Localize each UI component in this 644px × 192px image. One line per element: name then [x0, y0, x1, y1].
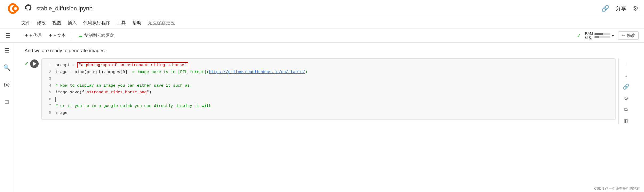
fullscreen-icon[interactable]: ⧉	[624, 107, 628, 113]
left-sidebar: ☰ 🔍 {x} □	[0, 43, 14, 192]
content-area: And we are ready to generate images: ✓ 1…	[14, 43, 644, 192]
toolbar-separator	[72, 33, 72, 39]
header-right: 🔗 分享 ⚙	[601, 5, 639, 12]
code-block[interactable]: 1 prompt = "a photograph of an astronaut…	[41, 58, 616, 120]
logo-area: stable_diffusion.ipynb	[5, 2, 92, 15]
line-num-3: 3	[46, 76, 51, 82]
sidebar-toggle[interactable]: ☰	[5, 32, 11, 39]
copy-to-drive-label: 复制到云端硬盘	[84, 33, 114, 38]
link-cell-icon[interactable]: 🔗	[623, 83, 629, 90]
settings-icon[interactable]: ⚙	[633, 5, 639, 12]
code-line-8: 8 image	[46, 110, 611, 117]
footer: CSDN @一个还在挣扎的码农	[590, 185, 644, 192]
code-line-1: 1 prompt = "a photograph of an astronaut…	[46, 62, 611, 69]
menu-help[interactable]: 帮助	[132, 20, 141, 26]
menu-edit[interactable]: 修改	[37, 20, 46, 26]
line-num-4: 4	[46, 83, 51, 89]
file-title: stable_diffusion.ipynb	[36, 5, 92, 12]
ram-label: RAM 磁盘	[585, 31, 593, 40]
footer-text: CSDN @一个还在挣扎的码农	[594, 186, 640, 190]
menubar: 文件 修改 视图 插入 代码执行程序 工具 帮助 无法保存更改	[0, 17, 644, 29]
sidebar-item-toc[interactable]: ☰	[2, 46, 12, 55]
section-title: And we are ready to generate images:	[25, 48, 633, 54]
code-line-5: 5 image.save(f"astronaut_rides_horse.png…	[46, 89, 611, 96]
plus-code-icon: +	[25, 33, 28, 38]
edit-label: 修改	[627, 33, 635, 38]
move-down-icon[interactable]: ↓	[625, 72, 627, 78]
line-num-2: 2	[46, 69, 51, 75]
plus-text-icon: +	[49, 33, 52, 38]
run-button[interactable]	[30, 59, 39, 68]
link-icon[interactable]: 🔗	[601, 5, 609, 12]
connection-check: ✓	[577, 33, 581, 39]
add-text-label: + 文本	[54, 33, 66, 38]
code-line-7: 7 # or if you're in a google colab you c…	[46, 103, 611, 110]
line-content-2: image = pipe(prompt).images[0] # image h…	[55, 69, 307, 76]
cell-check: ✓	[25, 61, 29, 67]
line-content-4: # Now to display an image you can either…	[55, 82, 192, 89]
line-content-5: image.save(f"astronaut_rides_horse.png")	[55, 89, 151, 96]
header: stable_diffusion.ipynb 🔗 分享 ⚙	[0, 0, 644, 17]
ram-section: RAM 磁盘 ▾	[585, 31, 614, 40]
main-layout: ☰ 🔍 {x} □ And we are ready to generate i…	[0, 43, 644, 192]
sidebar-item-variables[interactable]: {x}	[2, 80, 12, 90]
share-button[interactable]: 分享	[616, 5, 626, 12]
code-line-4: 4 # Now to display an image you can eith…	[46, 82, 611, 89]
copy-to-drive-button[interactable]: ☁ 复制到云端硬盘	[75, 32, 117, 40]
code-line-2: 2 image = pipe(prompt).images[0] # image…	[46, 69, 611, 76]
sidebar-item-files[interactable]: □	[2, 97, 12, 107]
cell-right-panel: ↑ ↓ 🔗 ⚙ ⧉ 🗑	[618, 58, 633, 124]
toolbar-right: ✓ RAM 磁盘 ▾ ✏ 修改	[577, 31, 639, 40]
sidebar-item-search[interactable]: 🔍	[2, 63, 12, 73]
line-content-1: prompt = "a photograph of an astronaut r…	[55, 62, 188, 69]
add-code-label: + 代码	[30, 33, 42, 38]
line-content-3	[55, 75, 58, 82]
line-num-1: 1	[46, 62, 51, 69]
line-num-5: 5	[46, 89, 51, 96]
ram-bar	[594, 33, 610, 35]
line-num-8: 8	[46, 110, 51, 116]
line-num-6: 6	[46, 96, 51, 103]
edit-icon: ✏	[622, 33, 625, 38]
menu-view[interactable]: 视图	[52, 20, 61, 26]
code-line-6: 6 ​	[46, 96, 611, 103]
co-logo[interactable]	[5, 2, 19, 15]
menu-runtime[interactable]: 代码执行程序	[83, 20, 110, 26]
disk-bar-fill	[594, 36, 599, 38]
toolbar-left: + + 代码 + + 文本 ☁ 复制到云端硬盘	[22, 32, 117, 40]
resource-bars	[594, 33, 610, 38]
github-icon	[25, 4, 32, 13]
cell-settings-icon[interactable]: ⚙	[624, 95, 629, 102]
ram-text: RAM	[585, 31, 593, 36]
add-code-button[interactable]: + + 代码	[22, 32, 44, 39]
toolbar: ☰ + + 代码 + + 文本 ☁ 复制到云端硬盘 ✓ RAM 磁盘	[0, 29, 644, 43]
svg-point-0	[13, 6, 18, 11]
add-text-button[interactable]: + + 文本	[46, 32, 68, 39]
ram-bar-fill	[594, 33, 603, 35]
disk-text: 磁盘	[585, 36, 593, 40]
delete-cell-icon[interactable]: 🗑	[623, 118, 629, 124]
cloud-icon: ☁	[78, 33, 83, 39]
move-up-icon[interactable]: ↑	[625, 61, 627, 67]
code-cell: ✓ 1 prompt = "a photograph of an astrona…	[25, 58, 633, 124]
code-line-3: 3	[46, 75, 611, 82]
disk-bar	[594, 36, 610, 38]
line-content-6: ​	[55, 96, 56, 103]
line-content-7: # or if you're in a google colab you can…	[55, 103, 211, 110]
edit-button[interactable]: ✏ 修改	[618, 31, 639, 40]
menu-file[interactable]: 文件	[21, 20, 30, 26]
unsaved-warning: 无法保存更改	[148, 20, 175, 26]
line-content-8: image	[55, 110, 67, 117]
menu-insert[interactable]: 插入	[68, 20, 77, 26]
cell-controls: ✓	[25, 58, 39, 68]
resource-dropdown-arrow[interactable]: ▾	[612, 34, 614, 38]
menu-tools[interactable]: 工具	[117, 20, 126, 26]
line-num-7: 7	[46, 103, 51, 109]
